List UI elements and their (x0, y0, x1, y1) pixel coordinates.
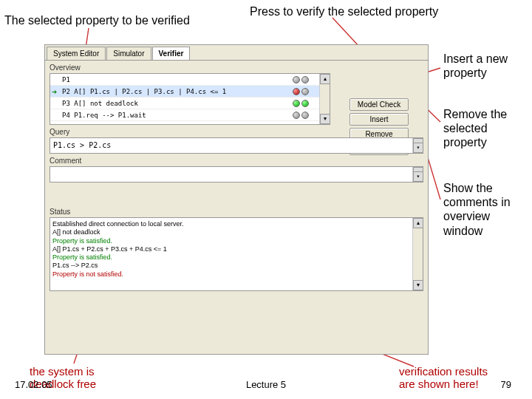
property-row[interactable]: P4 P1.req --> P1.wait (50, 109, 330, 121)
query-input[interactable]: P1.cs > P2.cs ▴ ▾ (50, 137, 423, 154)
overview-scrollbar[interactable]: ▴ ▾ (319, 74, 330, 124)
property-text: P1 (62, 76, 328, 83)
callout-insert: Insert a new property (443, 52, 525, 80)
property-row[interactable]: P3 A[] not deadlock (50, 98, 330, 109)
status-panel: Established direct connection to local s… (50, 217, 423, 291)
comment-scrollbar[interactable]: ▴ ▾ (412, 167, 423, 182)
tab-verifier[interactable]: Verifier (152, 47, 191, 60)
tab-system-editor[interactable]: System Editor (47, 47, 106, 60)
led-gray-icon (301, 88, 309, 95)
property-row-selected[interactable]: ➔ P2 A[] P1.cs | P2.cs | P3.cs | P4.cs <… (50, 86, 330, 98)
callout-comments: Show the comments in overview window (443, 181, 525, 238)
overview-label: Overview (45, 61, 428, 73)
led-gray-icon (293, 112, 300, 119)
overview-list[interactable]: P1 ➔ P2 A[] P1.cs | P2.cs | P3.cs | P4.c… (50, 73, 330, 125)
callout-selected-property: The selected property to be verified (4, 13, 190, 27)
led-gray-icon (293, 76, 300, 83)
led-green-icon (293, 100, 300, 107)
callout-remove: Remove the selected property (443, 107, 525, 150)
footer-page-number: 79 (501, 379, 511, 390)
selected-arrow-icon: ➔ (52, 86, 62, 97)
status-led-column (290, 74, 316, 121)
status-line-not-satisfied: Property is not satisfied. (52, 270, 420, 279)
scroll-up-icon[interactable]: ▴ (413, 218, 423, 228)
scroll-down-icon[interactable]: ▾ (413, 171, 423, 182)
tab-simulator[interactable]: Simulator (106, 47, 151, 60)
status-label: Status (45, 205, 428, 217)
status-line: P1.cs --> P2.cs (52, 262, 420, 270)
status-scrollbar[interactable]: ▴ ▾ (412, 218, 423, 290)
callout-press-verify: Press to verify the selected property (250, 4, 438, 18)
status-line: A[] not deadlock (52, 228, 420, 236)
scroll-down-icon[interactable]: ▾ (413, 280, 423, 290)
model-check-button[interactable]: Model Check (349, 98, 409, 111)
led-red-icon (293, 88, 300, 95)
footer-date: 17.02.05 (15, 379, 52, 390)
property-row[interactable]: P1 (50, 74, 330, 86)
status-line-satisfied: Property is satisfied. (52, 237, 420, 245)
led-green-icon (301, 100, 309, 107)
scroll-down-icon[interactable]: ▾ (413, 143, 423, 153)
status-line: Established direct connection to local s… (52, 220, 420, 228)
led-gray-icon (301, 112, 309, 119)
footer-title: Lecture 5 (246, 379, 286, 390)
status-line: A[] P1.cs + P2.cs + P3.cs + P4.cs <= 1 (52, 245, 420, 253)
property-text: P2 A[] P1.cs | P2.cs | P3.cs | P4.cs <= … (62, 88, 328, 95)
insert-button[interactable]: Insert (349, 113, 409, 126)
led-gray-icon (301, 76, 309, 83)
comment-input[interactable]: ▴ ▾ (50, 166, 423, 183)
comment-label: Comment (45, 154, 428, 166)
scroll-up-icon[interactable]: ▴ (320, 74, 330, 84)
property-text: P4 P1.req --> P1.wait (62, 112, 328, 119)
query-scrollbar[interactable]: ▴ ▾ (412, 138, 423, 153)
query-text: P1.cs > P2.cs (53, 141, 111, 149)
property-text: P3 A[] not deadlock (62, 100, 328, 107)
status-line-satisfied: Property is satisfied. (52, 253, 420, 262)
tab-bar: System Editor Simulator Verifier (45, 45, 428, 61)
verifier-window: System Editor Simulator Verifier Model C… (44, 44, 429, 355)
scroll-down-icon[interactable]: ▾ (320, 114, 330, 124)
